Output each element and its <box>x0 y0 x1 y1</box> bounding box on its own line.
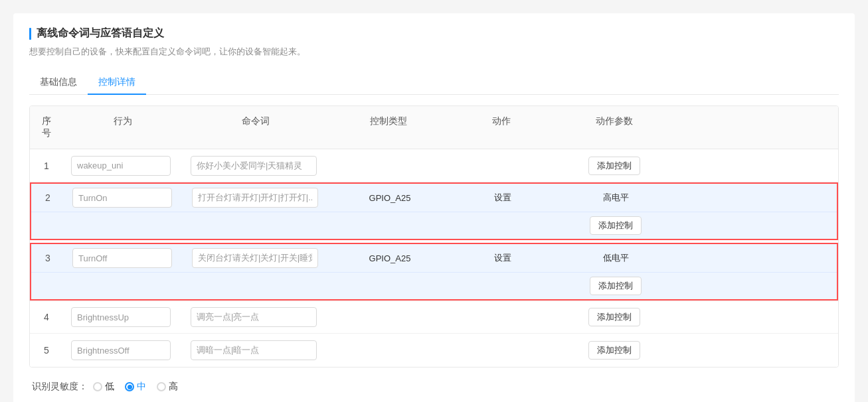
row-action-1 <box>448 162 555 170</box>
row-name-3 <box>64 244 184 272</box>
table-row-4: 4 添加控制 <box>30 301 838 334</box>
name-input-1[interactable] <box>71 156 171 176</box>
row-seq-3: 3 <box>31 249 64 267</box>
table-row-2a: 2 GPIO_A25 设置 高电平 <box>31 184 837 212</box>
name-input-2[interactable] <box>72 188 172 208</box>
table-row-3a: 3 GPIO_A25 设置 低电平 <box>31 244 837 273</box>
radio-dot-mid <box>128 385 132 389</box>
empty-3b-4 <box>330 282 450 290</box>
tab-bar: 基础信息 控制详情 <box>29 71 839 95</box>
title-accent <box>29 28 31 40</box>
add-control-btn-4[interactable]: 添加控制 <box>588 308 640 326</box>
add-control-btn-2[interactable]: 添加控制 <box>590 216 642 235</box>
sensitivity-section: 识别灵敏度： 低 中 高 <box>29 381 839 393</box>
row-name-1 <box>63 152 183 180</box>
row-action-4 <box>448 313 555 321</box>
title-bar: 离线命令词与应答语自定义 <box>29 27 839 40</box>
cmd-input-3[interactable] <box>192 248 318 268</box>
table-row: 1 添加控制 <box>30 149 838 182</box>
row-cmd-4 <box>183 303 329 331</box>
row-addbtn-4[interactable]: 添加控制 <box>555 304 674 330</box>
empty-3b-1 <box>31 282 64 290</box>
sensitivity-label: 识别灵敏度： <box>32 381 88 393</box>
name-input-4[interactable] <box>71 307 171 327</box>
row-cmd-1 <box>183 152 329 180</box>
page-container: 离线命令词与应答语自定义 想要控制自己的设备，快来配置自定义命令词吧，让你的设备… <box>13 13 855 402</box>
add-control-btn-5[interactable]: 添加控制 <box>588 341 640 360</box>
row-cmd-5 <box>183 336 329 364</box>
empty-3b-2 <box>64 282 184 290</box>
radio-label-mid: 中 <box>137 381 146 393</box>
empty-3b-3 <box>184 282 330 290</box>
name-input-5[interactable] <box>71 340 171 360</box>
row-seq-1: 1 <box>30 157 63 175</box>
add-control-btn-1[interactable]: 添加控制 <box>588 157 640 175</box>
row-type-4 <box>329 313 448 321</box>
row-addbtn-5[interactable]: 添加控制 <box>555 337 674 364</box>
row-type-5 <box>329 346 448 354</box>
table-row-2b: 添加控制 <box>31 212 837 239</box>
radio-mid[interactable]: 中 <box>125 381 146 393</box>
row-action-3a: 设置 <box>450 248 556 268</box>
row-seq-4: 4 <box>30 308 63 326</box>
tab-control[interactable]: 控制详情 <box>88 71 146 95</box>
radio-circle-high <box>157 382 166 391</box>
header-param: 动作参数 <box>555 113 674 142</box>
radio-circle-low <box>93 382 102 391</box>
empty-2b-5 <box>450 222 556 230</box>
row-name-2 <box>64 184 184 212</box>
cmd-input-4[interactable] <box>191 307 317 327</box>
cmd-input-1[interactable] <box>191 156 317 176</box>
row-param-3a: 低电平 <box>556 248 675 268</box>
cmd-input-5[interactable] <box>191 340 317 360</box>
row-action-2a: 设置 <box>450 188 556 208</box>
empty-3b-5 <box>450 282 556 290</box>
row-param-2a: 高电平 <box>556 188 675 208</box>
radio-label-low: 低 <box>105 381 114 393</box>
table-header: 序号 行为 命令词 控制类型 动作 动作参数 <box>30 106 838 149</box>
highlighted-group-2: 2 GPIO_A25 设置 高电平 添加控制 <box>30 182 838 240</box>
row-cmd-2 <box>184 184 330 212</box>
table-row-3b: 添加控制 <box>31 273 837 299</box>
radio-group: 低 中 高 <box>93 381 178 393</box>
row-cmd-3 <box>184 244 330 272</box>
empty-2b-2 <box>64 222 184 230</box>
header-name: 行为 <box>63 113 183 142</box>
radio-circle-mid <box>125 382 134 391</box>
row-seq-5: 5 <box>30 341 63 360</box>
row-type-2a: GPIO_A25 <box>330 189 450 207</box>
page-subtitle: 想要控制自己的设备，快来配置自定义命令词吧，让你的设备智能起来。 <box>29 46 839 58</box>
name-input-3[interactable] <box>72 248 172 268</box>
header-action: 动作 <box>448 113 555 142</box>
tab-basic[interactable]: 基础信息 <box>29 71 88 95</box>
row-addbtn-2[interactable]: 添加控制 <box>556 212 675 239</box>
table-row-5: 5 添加控制 <box>30 334 838 367</box>
header-seq: 序号 <box>30 113 63 142</box>
radio-high[interactable]: 高 <box>157 381 178 393</box>
data-table: 序号 行为 命令词 控制类型 动作 动作参数 1 添加控制 <box>29 105 839 368</box>
page-title: 离线命令词与应答语自定义 <box>37 27 164 40</box>
row-type-3a: GPIO_A25 <box>330 249 450 267</box>
header-cmd: 命令词 <box>183 113 329 142</box>
header-type: 控制类型 <box>329 113 448 142</box>
radio-label-high: 高 <box>169 381 178 393</box>
add-control-btn-3[interactable]: 添加控制 <box>590 277 642 295</box>
empty-2b-1 <box>31 222 64 230</box>
row-addbtn-3[interactable]: 添加控制 <box>556 273 675 299</box>
row-addbtn-1[interactable]: 添加控制 <box>555 153 674 179</box>
row-name-4 <box>63 303 183 331</box>
highlighted-group-3: 3 GPIO_A25 设置 低电平 添加控制 <box>30 243 838 301</box>
row-type-1 <box>329 162 448 170</box>
cmd-input-2[interactable] <box>192 188 318 208</box>
empty-2b-4 <box>330 222 450 230</box>
row-name-5 <box>63 336 183 364</box>
radio-low[interactable]: 低 <box>93 381 114 393</box>
row-seq-2: 2 <box>31 188 64 207</box>
empty-2b-3 <box>184 222 330 230</box>
row-action-5 <box>448 346 555 354</box>
